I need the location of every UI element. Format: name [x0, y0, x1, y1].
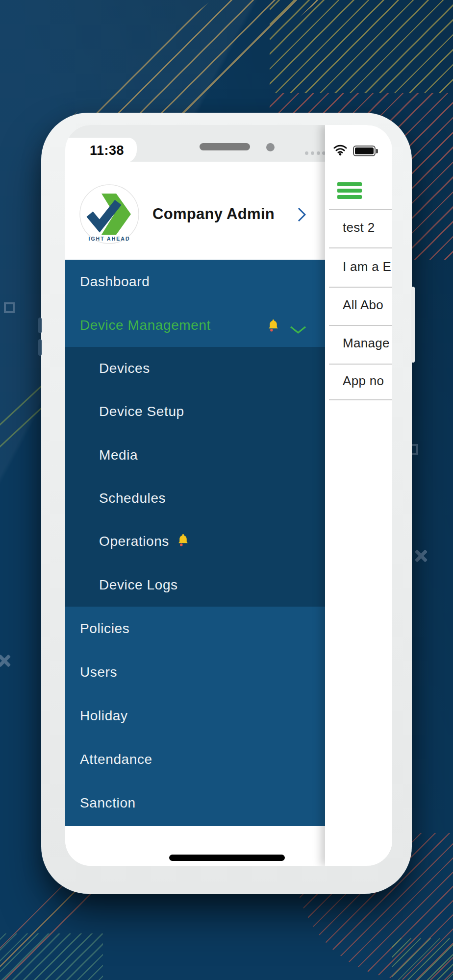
hatch-corner-teal	[0, 933, 103, 980]
phone-screen: 11:38 IGHT AHEAD Company Admin	[65, 125, 392, 866]
divider	[329, 364, 392, 365]
page-background: 11:38 IGHT AHEAD Company Admin	[0, 0, 453, 980]
chevron-down-icon[interactable]	[290, 322, 306, 338]
chevron-right-icon[interactable]	[298, 207, 306, 224]
device-management-submenu: Devices Device Setup Media Schedules Ope…	[65, 347, 325, 607]
divider	[329, 209, 392, 210]
signal-dot	[317, 151, 320, 155]
drawer-item-holiday[interactable]: Holiday	[65, 694, 325, 737]
volume-up-button	[38, 318, 42, 333]
company-logo: IGHT AHEAD	[79, 184, 140, 245]
drawer-item-device-management[interactable]: Device Management	[65, 303, 325, 347]
content-page-panel: test 2 I am a E All Abo Manage App no	[325, 125, 392, 866]
cross-decoration	[414, 549, 428, 563]
panel-item-all-about[interactable]: All Abo	[343, 297, 383, 313]
drawer-item-sanction[interactable]: Sanction	[65, 781, 325, 825]
panel-item-i-am-a[interactable]: I am a E	[343, 259, 391, 274]
bell-icon	[177, 533, 189, 550]
drawer-item-policies[interactable]: Policies	[65, 607, 325, 650]
profile-name[interactable]: Company Admin	[152, 205, 275, 223]
cross-decoration	[0, 654, 11, 667]
hatch-corner-green	[392, 938, 453, 980]
status-bar-time-area: 11:38	[65, 138, 137, 163]
signal-dot	[311, 151, 314, 155]
phone-mockup: 11:38 IGHT AHEAD Company Admin	[41, 113, 412, 894]
panel-item-test-2[interactable]: test 2	[343, 220, 375, 235]
clock-time: 11:38	[90, 143, 124, 158]
panel-item-app-no[interactable]: App no	[343, 373, 384, 389]
volume-down-button	[38, 339, 42, 356]
submenu-item-schedules[interactable]: Schedules	[65, 477, 325, 520]
submenu-item-media[interactable]: Media	[65, 434, 325, 477]
submenu-item-device-setup[interactable]: Device Setup	[65, 390, 325, 433]
submenu-item-operations[interactable]: Operations	[65, 520, 325, 563]
divider	[329, 287, 392, 288]
drawer-item-users[interactable]: Users	[65, 650, 325, 694]
logo-caption: IGHT AHEAD	[89, 236, 130, 242]
divider	[329, 399, 392, 400]
drawer-item-dashboard[interactable]: Dashboard	[65, 260, 325, 303]
submenu-item-devices[interactable]: Devices	[65, 347, 325, 390]
drawer-item-attendance[interactable]: Attendance	[65, 737, 325, 781]
navigation-drawer: Dashboard Device Management Devices Devi…	[65, 260, 325, 826]
signal-dot	[305, 151, 308, 155]
battery-icon	[353, 146, 376, 156]
submenu-item-device-logs[interactable]: Device Logs	[65, 564, 325, 607]
hatch-olive	[270, 0, 453, 93]
home-indicator[interactable]	[169, 855, 285, 861]
square-outline-decoration	[4, 302, 15, 313]
panel-item-manage[interactable]: Manage	[343, 336, 390, 351]
speaker-grille	[200, 143, 250, 150]
divider	[329, 325, 392, 326]
bell-icon	[267, 318, 279, 335]
menu-hamburger-icon[interactable]	[337, 182, 362, 201]
power-button	[411, 287, 415, 363]
divider	[329, 247, 392, 248]
camera-dot	[266, 143, 275, 151]
wifi-icon	[333, 145, 347, 158]
